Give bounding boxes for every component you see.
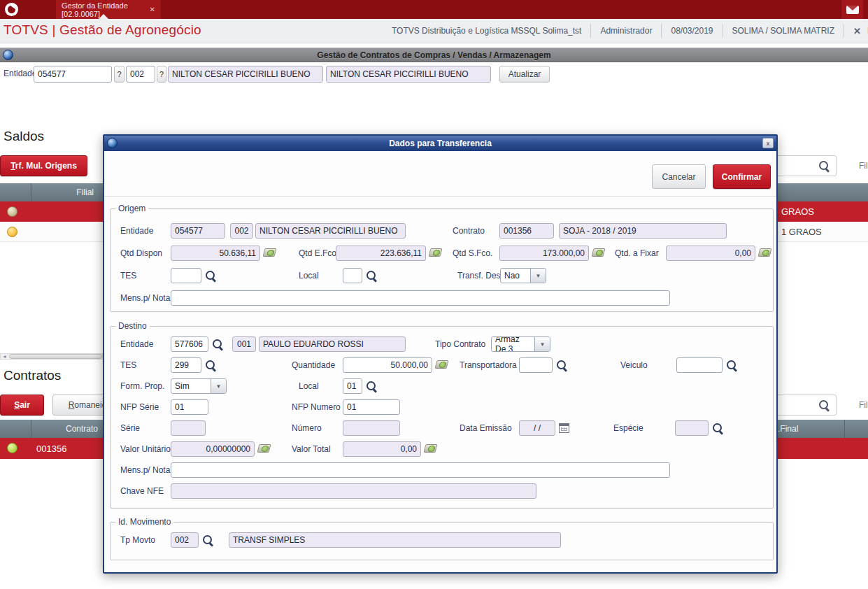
serie-label: Série [120, 423, 140, 433]
search-icon[interactable] [556, 360, 568, 371]
trf-mul-origens-button[interactable]: Trf. Mul. Origens [0, 155, 87, 176]
divider [104, 196, 776, 197]
origem-tes-input[interactable] [171, 268, 201, 283]
routine-title: Gestão de Contratos de Compras / Vendas … [0, 50, 868, 60]
quantidade-input[interactable]: 50.000,00 [343, 357, 432, 373]
nfp-numero-label: NFP Numero [292, 402, 341, 412]
confirm-button[interactable]: Confirmar [713, 164, 771, 189]
chevron-down-icon[interactable]: ▼ [211, 379, 226, 393]
dialog-close-button[interactable]: x [762, 138, 774, 148]
origem-local-input[interactable] [343, 268, 362, 283]
search-icon [818, 399, 830, 411]
origem-mens-label: Mens.p/ Nota [120, 293, 170, 303]
environment-label: TOTVS Distribuição e Logística MSSQL Sol… [383, 26, 590, 36]
transportadora-input[interactable] [519, 357, 553, 373]
contrato-number: 001356 [36, 443, 66, 454]
qtd-fixar-label: Qtd. a Fixar [615, 248, 659, 258]
search-icon[interactable] [205, 270, 217, 282]
sair-button[interactable]: Sair [0, 395, 44, 416]
qtd-sfco-label: Qtd S.Fco. [453, 248, 492, 258]
loja-help-button[interactable]: ? [157, 66, 166, 83]
chevron-down-icon[interactable]: ▼ [530, 269, 546, 283]
calculator-icon[interactable] [425, 444, 436, 453]
origem-mens-input[interactable] [171, 290, 670, 306]
destino-legend: Destino [115, 321, 150, 331]
status-dot-icon [7, 443, 17, 453]
nfp-serie-input[interactable]: 01 [171, 399, 208, 415]
cancel-button[interactable]: Cancelar [652, 164, 706, 189]
calculator-icon[interactable] [436, 360, 448, 369]
destino-entidade-input[interactable]: 577606 [171, 336, 208, 352]
scrollbar-thumb[interactable] [9, 354, 102, 359]
id-movimento-legend: Id. Movimento [115, 517, 173, 527]
saldos-heading: Saldos [3, 129, 44, 144]
tipo-contrato-select[interactable]: Armaz De 3 ▼ [491, 336, 550, 352]
chave-nfe-label: Chave NFE [120, 486, 164, 496]
close-icon: ✕ [853, 26, 861, 36]
horizontal-scrollbar[interactable]: ◄ [0, 353, 103, 360]
contrato-column-header: Contrato [31, 424, 98, 434]
logout-button[interactable]: ✕ E [844, 26, 868, 36]
entidade-help-button[interactable]: ? [114, 66, 124, 83]
origem-nome-field: NILTON CESAR PICCIRILLI BUENO [255, 223, 406, 239]
destino-nome-field: PAULO EDUARDO ROSSI [259, 336, 406, 352]
contratos-filter-label: Fil [859, 400, 868, 410]
qtd-efco-label: Qtd E.Fco. [299, 248, 339, 258]
quantidade-label: Quantidade [292, 360, 335, 370]
calculator-icon[interactable] [258, 444, 270, 453]
top-bar: Gestor da Entidade [02.9.0067] ✕ [0, 0, 868, 19]
saldos-search-input[interactable] [769, 155, 837, 176]
form-prop-select[interactable]: Sim ▼ [171, 378, 227, 394]
qtd-dispon-field: 50.636,11 [171, 246, 260, 261]
tp-movto-input[interactable]: 002 [171, 532, 199, 548]
search-icon[interactable] [366, 270, 378, 282]
status-dot-icon [7, 206, 17, 217]
search-icon[interactable] [205, 360, 217, 371]
entidade-loja-input[interactable]: 002 [126, 66, 155, 83]
calculator-icon[interactable] [429, 248, 441, 257]
search-icon[interactable] [366, 381, 378, 392]
search-icon[interactable] [726, 360, 738, 371]
origem-contrato-label: Contrato [453, 226, 485, 236]
data-emissao-input[interactable]: / / [519, 420, 555, 436]
nfp-numero-input[interactable]: 01 [343, 399, 400, 415]
tipo-contrato-label: Tipo Contrato [435, 339, 485, 349]
numero-label: Número [292, 423, 322, 433]
calendar-icon[interactable] [559, 423, 569, 433]
origem-entidade-field: 054577 [171, 223, 225, 239]
scroll-left-icon[interactable]: ◄ [1, 354, 8, 359]
search-icon[interactable] [212, 339, 224, 350]
contratos-heading: Contratos [3, 368, 61, 383]
atualizar-button[interactable]: Atualizar [499, 66, 550, 83]
transf-despesa-select[interactable]: Nao ▼ [500, 268, 546, 283]
especie-label: Espécie [613, 423, 643, 433]
search-icon[interactable] [712, 423, 724, 434]
calculator-icon[interactable] [592, 248, 604, 257]
column-divider [844, 420, 845, 438]
destino-loja-field: 001 [232, 336, 256, 352]
search-icon[interactable] [202, 534, 214, 546]
valor-total-field: 0,00 [343, 441, 421, 457]
tab-close-icon[interactable]: ✕ [150, 6, 155, 13]
calculator-icon[interactable] [759, 248, 771, 257]
origem-legend: Origem [115, 204, 148, 213]
calculator-icon[interactable] [264, 248, 276, 257]
app-brand: TOTVS | Gestão de Agronegócio [3, 22, 201, 38]
chevron-down-icon[interactable]: ▼ [534, 337, 550, 351]
destino-tes-input[interactable]: 299 [171, 357, 201, 373]
origem-loja-field: 002 [230, 223, 253, 239]
qtd-sfco-field: 173.000,00 [499, 246, 589, 261]
company-label: SOLIMA / SOLIMA MATRIZ [723, 26, 844, 36]
mail-button[interactable] [841, 0, 863, 19]
tp-movto-desc-field: TRANSF SIMPLES [229, 532, 561, 548]
veiculo-input[interactable] [676, 357, 723, 373]
routine-title-bar: Gestão de Contratos de Compras / Vendas … [0, 48, 868, 62]
header-right: TOTVS Distribuição e Logística MSSQL Sol… [383, 19, 868, 43]
entidade-code-input[interactable]: 054577 [34, 66, 112, 83]
final-column-header: .Final [778, 424, 798, 434]
destino-local-input[interactable]: 01 [343, 378, 362, 394]
contratos-search-input[interactable] [769, 395, 837, 416]
destino-entidade-label: Entidade [120, 339, 153, 349]
destino-mens-input[interactable] [171, 462, 670, 478]
origem-local-label: Local [299, 271, 319, 281]
